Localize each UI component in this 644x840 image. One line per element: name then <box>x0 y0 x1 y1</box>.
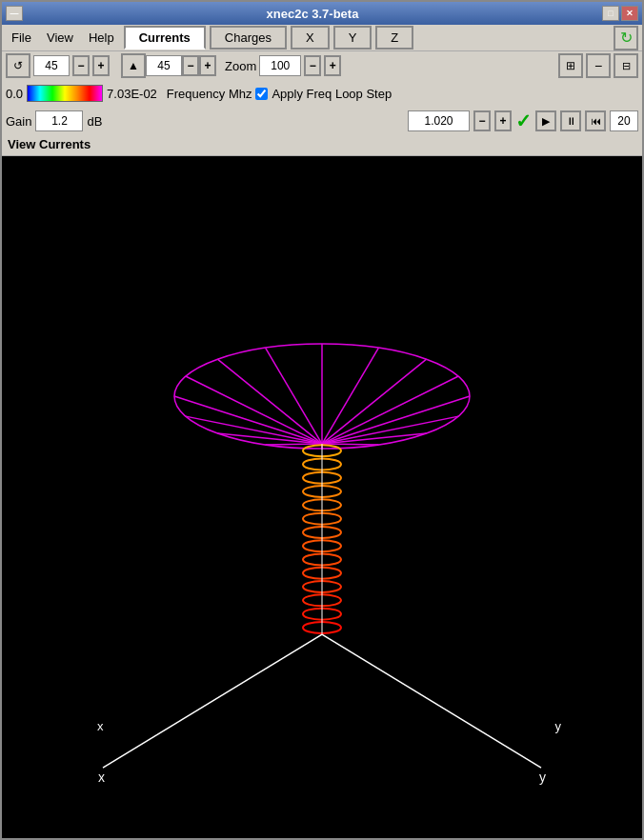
tab-charges[interactable]: Charges <box>210 26 287 50</box>
angle2-plus[interactable]: + <box>199 55 216 76</box>
window-title: xnec2c 3.7-beta <box>23 7 602 21</box>
freq-label: Frequency Mhz <box>167 87 252 101</box>
visualization-canvas <box>2 156 642 838</box>
redo-icon: ↻ <box>620 29 633 47</box>
main-window: — xnec2c 3.7-beta □ ✕ File View Help Cur… <box>0 0 644 840</box>
minimize-button[interactable]: — <box>6 6 23 21</box>
scale-max: 7.03E-02 <box>107 87 157 101</box>
titlebar-right-buttons: □ ✕ <box>602 6 642 21</box>
maximize-button[interactable]: □ <box>602 6 619 21</box>
play-button[interactable]: ▶ <box>535 110 556 131</box>
menu-bar: File View Help Currents Charges X Y Z ↻ <box>2 25 642 51</box>
angle1-plus[interactable]: + <box>92 55 110 76</box>
toolbar-gain: Gain dB − + ✓ ▶ ⏸ ⏮ <box>2 107 642 135</box>
angle2-minus[interactable]: − <box>182 55 199 76</box>
redo-button[interactable]: ↻ <box>614 26 638 50</box>
color-scale <box>27 85 103 102</box>
gain-label: Gain <box>6 114 31 129</box>
freq-plus[interactable]: + <box>494 110 512 131</box>
angle2-input[interactable] <box>146 55 182 76</box>
freq-value-input[interactable] <box>408 110 470 131</box>
apply-freq-checkbox[interactable] <box>255 88 268 100</box>
gain-input[interactable] <box>35 110 83 131</box>
pause-button[interactable]: ⏸ <box>560 110 581 131</box>
file-menu[interactable]: File <box>6 29 37 47</box>
x-axis-label: x <box>97 719 104 733</box>
angle1-input[interactable] <box>33 55 70 76</box>
toolbar-angles: ↺ − + ▲ − + Zoom − + ⊞ − ⊟ <box>2 51 642 80</box>
zoom-minus[interactable]: − <box>304 55 321 76</box>
tab-y[interactable]: Y <box>333 26 372 50</box>
view-icon2[interactable]: − <box>586 53 611 78</box>
toolbar-frequency: 0.0 7.03E-02 Frequency Mhz Apply Freq Lo… <box>2 80 642 107</box>
view-menu[interactable]: View <box>41 29 79 47</box>
zoom-plus[interactable]: + <box>324 55 341 76</box>
db-label: dB <box>87 114 102 129</box>
rewind-button[interactable]: ⏮ <box>585 110 606 131</box>
tab-z[interactable]: Z <box>375 26 413 50</box>
view-icon1[interactable]: ⊞ <box>558 53 583 78</box>
help-menu[interactable]: Help <box>83 29 120 47</box>
freq-minus[interactable]: − <box>473 110 491 131</box>
close-button[interactable]: ✕ <box>621 6 638 21</box>
zoom-label: Zoom <box>225 59 256 73</box>
angle2-control: ▲ − + <box>121 53 216 78</box>
apply-freq-label: Apply Freq Loop Step <box>272 87 392 101</box>
canvas-area: x y <box>2 156 642 838</box>
view-currents-label: View Currents <box>2 135 642 156</box>
tab-x[interactable]: X <box>291 26 330 50</box>
scale-min: 0.0 <box>6 87 23 101</box>
view-icon3[interactable]: ⊟ <box>614 53 638 78</box>
y-axis-label: y <box>555 719 562 733</box>
step-input[interactable] <box>610 110 638 131</box>
check-icon: ✓ <box>515 110 532 132</box>
reset-button[interactable]: ↺ <box>6 53 30 78</box>
zoom-input[interactable] <box>259 55 301 76</box>
titlebar: — xnec2c 3.7-beta □ ✕ <box>2 2 642 25</box>
angle2-arrow[interactable]: ▲ <box>121 53 146 78</box>
titlebar-left-buttons: — <box>2 6 23 21</box>
tab-currents[interactable]: Currents <box>124 26 206 50</box>
angle1-minus[interactable]: − <box>72 55 90 76</box>
